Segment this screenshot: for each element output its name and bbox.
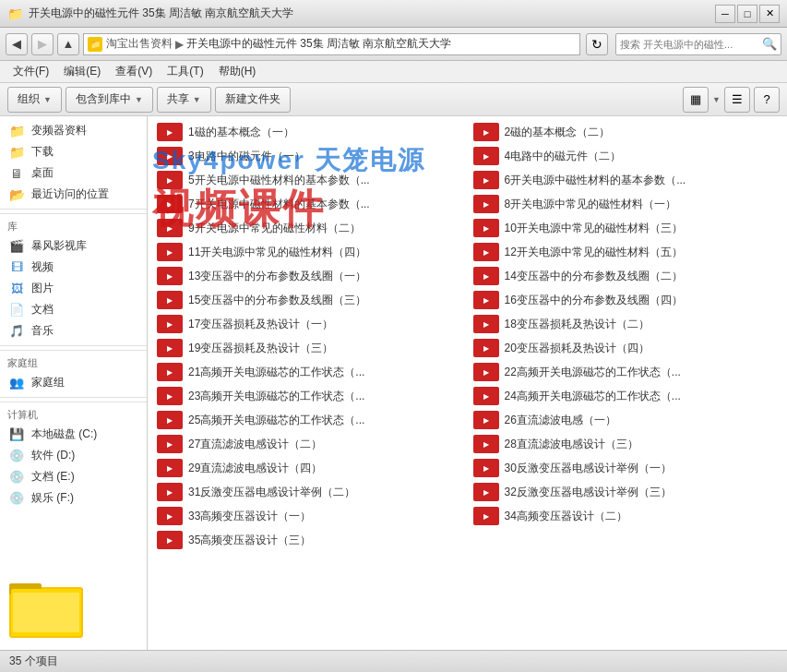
list-item[interactable]: 5开关电源中磁性材料的基本参数（... <box>151 168 468 192</box>
list-item[interactable]: 30反激变压器电感设计举例（一） <box>468 456 784 480</box>
list-item[interactable]: 31反激变压器电感设计举例（二） <box>151 480 468 504</box>
list-item[interactable]: 20变压器损耗及热设计（四） <box>468 336 784 360</box>
menu-help[interactable]: 帮助(H) <box>211 62 264 81</box>
doc-icon: 📄 <box>7 303 26 318</box>
list-item[interactable]: 28直流滤波电感设计（三） <box>468 432 784 456</box>
sidebar-item-pictures[interactable]: 🖼 图片 <box>0 278 147 299</box>
list-item[interactable]: 27直流滤波电感设计（二） <box>151 432 468 456</box>
view-icon-button[interactable]: ▦ <box>683 87 709 113</box>
back-button[interactable]: ◀ <box>6 33 28 55</box>
menu-edit[interactable]: 编辑(E) <box>56 62 108 81</box>
organize-button[interactable]: 组织 ▼ <box>7 87 62 113</box>
file-name: 21高频开关电源磁芯的工作状态（... <box>188 365 364 380</box>
menu-view[interactable]: 查看(V) <box>108 62 160 81</box>
list-item[interactable]: 26直流滤波电感（一） <box>468 408 784 432</box>
svg-rect-3 <box>13 593 79 632</box>
video-file-icon <box>473 387 499 405</box>
sidebar-item-drive-d[interactable]: 💿 软件 (D:) <box>0 445 147 466</box>
list-item[interactable]: 34高频变压器设计（二） <box>468 504 784 528</box>
video-file-icon <box>473 123 499 141</box>
forward-button[interactable]: ▶ <box>31 33 54 55</box>
bottom-statusbar: 35 个项目 <box>0 650 787 672</box>
search-icon[interactable]: 🔍 <box>762 37 777 51</box>
maximize-button[interactable]: □ <box>737 5 757 23</box>
up-button[interactable]: ▲ <box>57 33 79 55</box>
sidebar-divider <box>0 209 147 210</box>
file-name: 19变压器损耗及热设计（三） <box>188 341 333 356</box>
homegroup-icon: 👥 <box>7 376 26 390</box>
view-dropdown-arrow[interactable]: ▼ <box>712 95 721 104</box>
video-file-icon <box>157 435 183 453</box>
video-file-icon <box>157 243 183 261</box>
list-item[interactable]: 11开关电源中常见的磁性材料（四） <box>151 240 468 264</box>
list-item[interactable]: 17变压器损耗及热设计（一） <box>151 312 468 336</box>
folder-icon: 📁 <box>88 37 102 52</box>
video-file-icon <box>473 171 499 189</box>
sidebar-item-drive-e[interactable]: 💿 文档 (E:) <box>0 466 147 487</box>
sidebar-item-desktop[interactable]: 🖥 桌面 <box>0 162 147 184</box>
menu-tools[interactable]: 工具(T) <box>160 62 210 81</box>
list-item[interactable]: 18变压器损耗及热设计（二） <box>468 312 784 336</box>
sidebar-item-drive-f[interactable]: 💿 娱乐 (F:) <box>0 487 147 509</box>
file-name: 24高频开关电源磁芯的工作状态（... <box>505 389 681 404</box>
sidebar-item-music[interactable]: 🎵 音乐 <box>0 320 147 342</box>
file-name: 9开关电源中常见的磁性材料（二） <box>188 221 361 236</box>
menu-file[interactable]: 文件(F) <box>6 62 56 81</box>
sidebar-item-biandianqi[interactable]: 📁 变频器资料 <box>0 120 147 141</box>
list-item[interactable]: 21高频开关电源磁芯的工作状态（... <box>151 360 468 384</box>
desktop-icon: 🖥 <box>7 166 26 181</box>
sidebar-item-recent[interactable]: 📂 最近访问的位置 <box>0 184 147 205</box>
file-name: 7开关电源中磁性材料的基本参数（... <box>188 197 370 212</box>
new-folder-button[interactable]: 新建文件夹 <box>215 87 291 113</box>
main-area: 📁 变频器资料 📁 下载 🖥 桌面 📂 最近访问的位置 库 🎬 暴风影视库 🎞 … <box>0 116 787 650</box>
video-file-icon <box>473 363 499 381</box>
list-item[interactable]: 10开关电源中常见的磁性材料（三） <box>468 216 784 240</box>
sidebar-item-baofeng[interactable]: 🎬 暴风影视库 <box>0 235 147 257</box>
list-item[interactable]: 32反激变压器电感设计举例（三） <box>468 480 784 504</box>
list-item[interactable]: 4电路中的磁元件（二） <box>468 144 784 168</box>
list-item[interactable]: 9开关电源中常见的磁性材料（二） <box>151 216 468 240</box>
list-item[interactable]: 23高频开关电源磁芯的工作状态（... <box>151 384 468 408</box>
refresh-button[interactable]: ↻ <box>586 33 608 55</box>
list-item[interactable]: 6开关电源中磁性材料的基本参数（... <box>468 168 784 192</box>
view-list-button[interactable]: ☰ <box>724 87 750 113</box>
list-item[interactable]: 7开关电源中磁性材料的基本参数（... <box>151 192 468 216</box>
list-item[interactable]: 1磁的基本概念（一） <box>151 120 468 144</box>
list-item[interactable]: 2磁的基本概念（二） <box>468 120 784 144</box>
list-item[interactable]: 14变压器中的分布参数及线圈（二） <box>468 264 784 288</box>
list-item[interactable]: 12开关电源中常见的磁性材料（五） <box>468 240 784 264</box>
sidebar-item-homegroup[interactable]: 👥 家庭组 <box>0 372 147 393</box>
list-item[interactable]: 22高频开关电源磁芯的工作状态（... <box>468 360 784 384</box>
sidebar-label: 桌面 <box>31 165 54 181</box>
address-bar[interactable]: 📁 淘宝出售资料 ▶ 开关电源中的磁性元件 35集 周洁敏 南京航空航天大学 <box>83 33 580 55</box>
list-item[interactable]: 8开关电源中常见的磁性材料（一） <box>468 192 784 216</box>
help-button[interactable]: ? <box>754 87 780 113</box>
search-box[interactable]: 🔍 <box>615 33 781 55</box>
share-label: 共享 <box>167 91 189 107</box>
list-item[interactable]: 29直流滤波电感设计（四） <box>151 456 468 480</box>
close-button[interactable]: ✕ <box>759 5 780 23</box>
list-item[interactable]: 16变压器中的分布参数及线圈（四） <box>468 288 784 312</box>
include-library-button[interactable]: 包含到库中 ▼ <box>66 87 153 113</box>
search-input[interactable] <box>620 39 762 50</box>
list-item[interactable]: 15变压器中的分布参数及线圈（三） <box>151 288 468 312</box>
list-item[interactable]: 33高频变压器设计（一） <box>151 504 468 528</box>
list-item[interactable]: 19变压器损耗及热设计（三） <box>151 336 468 360</box>
sidebar-item-download[interactable]: 📁 下载 <box>0 141 147 162</box>
file-name: 12开关电源中常见的磁性材料（五） <box>505 245 683 260</box>
video-file-icon <box>473 291 499 309</box>
sidebar-item-video[interactable]: 🎞 视频 <box>0 257 147 278</box>
sidebar-item-documents[interactable]: 📄 文档 <box>0 299 147 320</box>
drive-icon: 💿 <box>7 449 26 463</box>
share-button[interactable]: 共享 ▼ <box>157 87 211 113</box>
folder-icon: 📁 <box>7 145 26 160</box>
address-part2: 开关电源中的磁性元件 35集 周洁敏 南京航空航天大学 <box>186 36 451 52</box>
list-item[interactable]: 24高频开关电源磁芯的工作状态（... <box>468 384 784 408</box>
list-item[interactable]: 3电路中的磁元件（一） <box>151 144 468 168</box>
minimize-button[interactable]: ─ <box>715 5 735 23</box>
list-item[interactable]: 25高频开关电源磁芯的工作状态（... <box>151 408 468 432</box>
list-item[interactable]: 13变压器中的分布参数及线圈（一） <box>151 264 468 288</box>
list-item[interactable]: 35高频变压器设计（三） <box>151 528 468 552</box>
sidebar-item-drive-c[interactable]: 💾 本地磁盘 (C:) <box>0 424 147 445</box>
sidebar-label: 音乐 <box>31 323 54 339</box>
